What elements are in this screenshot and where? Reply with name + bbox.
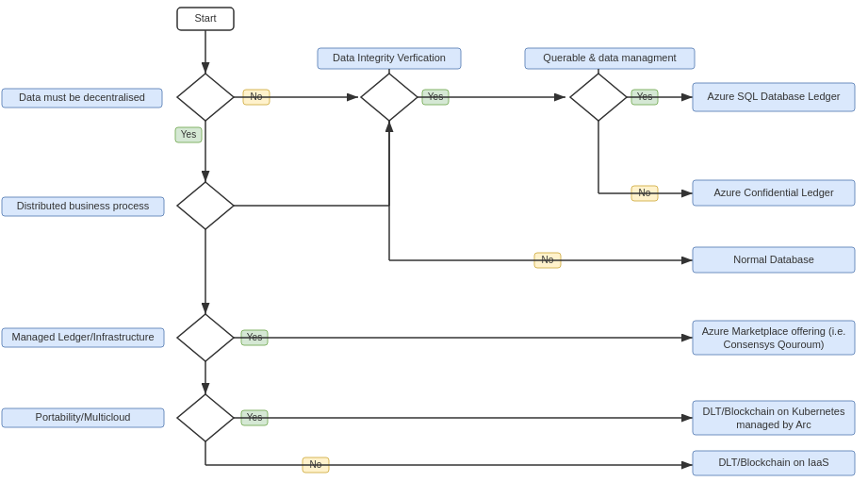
managed-label-text: Managed Ledger/Infrastructure: [11, 331, 154, 342]
diamond1: [177, 74, 234, 121]
diamond3: [177, 314, 234, 361]
dlt-iaas-text: DLT/Blockchain on IaaS: [718, 457, 828, 468]
data-integrity-text: Data Integrity Verfication: [333, 52, 446, 63]
yes4-text: Yes: [247, 332, 262, 342]
no4-text: No: [310, 459, 322, 470]
start-label: Start: [194, 12, 216, 24]
decentralised-label-text: Data must be decentralised: [19, 91, 145, 103]
portability-label-text: Portability/Multicloud: [36, 411, 131, 423]
diamond2: [177, 182, 234, 229]
yes1-text: Yes: [181, 129, 196, 140]
diamond-querable: [570, 74, 627, 121]
azure-sql-text: Azure SQL Database Ledger: [708, 91, 841, 102]
diamond-integrity: [361, 74, 418, 121]
querable-text: Querable & data managment: [543, 52, 676, 63]
no2-text: No: [542, 255, 554, 265]
yes5-text: Yes: [247, 412, 262, 423]
no1-text: No: [251, 91, 263, 102]
azure-marketplace-line1: Azure Marketplace offering (i.e.: [702, 325, 846, 337]
diamond4: [177, 394, 234, 441]
azure-confidential-text: Azure Confidential Ledger: [713, 187, 834, 198]
dlt-kubernetes-line1: DLT/Blockchain on Kubernetes: [703, 406, 845, 417]
no3-text: No: [639, 188, 651, 198]
distributed-label-text: Distributed business process: [17, 200, 150, 211]
dlt-kubernetes-line2: managed by Arc: [736, 419, 811, 430]
yes2-text: Yes: [428, 91, 443, 102]
yes3-text: Yes: [637, 91, 652, 102]
normal-db-text: Normal Database: [733, 254, 814, 265]
azure-marketplace-line2: Consensys Qouroum): [724, 339, 825, 350]
